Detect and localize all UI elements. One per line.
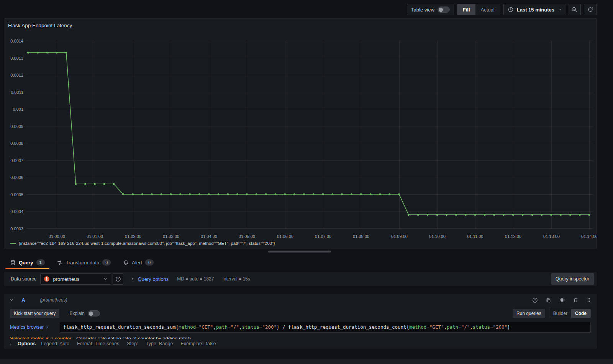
tab-query-count: 1 (36, 259, 45, 266)
interval-value: Interval = 15s (222, 276, 250, 282)
metrics-browser-toggle[interactable]: Metrics browser (10, 325, 57, 330)
svg-text:0.0014: 0.0014 (10, 39, 23, 43)
option-format: Format: Time series (77, 341, 119, 346)
time-range-picker[interactable]: Last 15 minutes (503, 4, 566, 15)
query-inspector-button[interactable]: Query inspector (551, 273, 594, 285)
svg-text:0.0008: 0.0008 (10, 141, 23, 146)
editor-tabs: Query 1 Transform data 0 Alert 0 (4, 256, 160, 269)
tab-transform-count: 0 (102, 259, 111, 266)
chevron-right-icon (45, 325, 49, 329)
tab-query[interactable]: Query 1 (4, 256, 51, 269)
tab-transform-data[interactable]: Transform data 0 (51, 256, 117, 269)
transform-icon (57, 260, 63, 266)
zoom-out-button[interactable] (568, 4, 581, 15)
query-toolbar-right: Run queries Builder Code (513, 309, 591, 318)
query-editor-card: A (prometheus) ? Ki (4, 294, 597, 345)
table-view-label: Table view (411, 7, 434, 13)
svg-text:01:04:00: 01:04:00 (201, 234, 217, 239)
svg-text:01:08:00: 01:08:00 (353, 234, 369, 239)
tab-alert-count: 0 (145, 259, 154, 266)
datasource-label: Data source (11, 276, 36, 282)
svg-text:?: ? (117, 277, 119, 281)
duplicate-query-icon[interactable] (546, 297, 551, 303)
metrics-browser-label: Metrics browser (10, 325, 44, 330)
options-title: Options (18, 341, 36, 346)
option-step: Step: (127, 341, 138, 346)
toggle-visibility-icon[interactable] (559, 297, 565, 303)
svg-text:01:01:00: 01:01:00 (87, 234, 103, 239)
chevron-right-icon (8, 342, 12, 346)
drag-grip-icon[interactable] (586, 297, 592, 303)
top-toolbar: Table view Fill Actual Last 15 minutes (407, 4, 597, 15)
svg-text:01:02:00: 01:02:00 (125, 234, 141, 239)
collapse-chevron-icon[interactable] (9, 298, 14, 302)
panel-title: Flask App Endpoint Latency (8, 23, 72, 28)
builder-button[interactable]: Builder (549, 309, 571, 318)
tab-alert[interactable]: Alert 0 (117, 256, 160, 269)
svg-text:0.0006: 0.0006 (10, 175, 23, 180)
svg-text:0.0012: 0.0012 (10, 73, 23, 77)
svg-text:01:13:00: 01:13:00 (543, 234, 560, 239)
query-toolbar: Kick start your query Explain Run querie… (10, 309, 591, 318)
svg-text:0.0005: 0.0005 (10, 192, 23, 197)
datasource-help-button[interactable]: ? (113, 273, 123, 285)
query-editor-row: Metrics browser flask_http_request_durat… (10, 322, 591, 333)
query-options-summary-row[interactable]: Options Legend: Auto Format: Time series… (4, 339, 597, 349)
svg-text:01:12:00: 01:12:00 (505, 234, 521, 239)
horizontal-scrollbar[interactable] (0, 359, 613, 364)
svg-text:0.0013: 0.0013 (10, 56, 23, 61)
svg-text:01:03:00: 01:03:00 (163, 234, 179, 239)
delete-query-icon[interactable] (573, 297, 579, 303)
query-options-label: Query options (138, 276, 169, 282)
svg-text:01:09:00: 01:09:00 (391, 234, 408, 239)
datasource-picker[interactable]: prometheus (40, 273, 111, 285)
refresh-icon (587, 7, 593, 13)
svg-text:01:10:00: 01:10:00 (429, 234, 446, 239)
tab-query-label: Query (19, 260, 33, 266)
option-legend: Legend: Auto (41, 341, 69, 346)
option-type: Type: Range (146, 341, 173, 346)
grafana-panel-editor: Table view Fill Actual Last 15 minutes (0, 0, 613, 364)
database-icon (10, 260, 16, 266)
max-data-points-value: MD = auto = 1827 (177, 276, 214, 282)
chevron-down-icon (103, 277, 108, 281)
query-ref-id: A (21, 297, 25, 303)
query-help-icon[interactable]: ? (532, 297, 538, 303)
latency-chart[interactable]: 0.00140.00130.00120.00110.0010.00090.000… (4, 19, 597, 249)
svg-text:01:00:00: 01:00:00 (49, 234, 65, 239)
chevron-down-icon (557, 7, 562, 12)
svg-text:01:07:00: 01:07:00 (315, 234, 331, 239)
explain-toggle[interactable] (88, 310, 100, 316)
refresh-button[interactable] (584, 4, 597, 15)
fill-button[interactable]: Fill (457, 4, 475, 15)
svg-text:01:11:00: 01:11:00 (467, 234, 483, 239)
explain-label: Explain (69, 311, 84, 316)
kick-start-query-button[interactable]: Kick start your query (10, 309, 59, 318)
time-range-label: Last 15 minutes (517, 7, 554, 13)
prometheus-icon (44, 276, 50, 282)
datasource-row: Data source prometheus ? Query options M… (4, 272, 597, 286)
query-expression[interactable]: flask_http_request_duration_seconds_sum{… (60, 322, 591, 333)
query-options-toggle[interactable]: Query options (130, 276, 169, 282)
legend: {instance="ec2-184-169-216-224.us-west-1… (10, 241, 275, 246)
explain-control: Explain (69, 310, 100, 316)
table-view-toggle[interactable] (438, 7, 450, 13)
run-queries-button[interactable]: Run queries (513, 309, 545, 318)
bell-icon (123, 260, 129, 266)
svg-text:?: ? (534, 298, 536, 302)
tab-alert-label: Alert (132, 260, 142, 266)
code-button[interactable]: Code (571, 309, 590, 318)
table-view-control: Table view (407, 4, 454, 15)
svg-text:0.0003: 0.0003 (10, 226, 23, 231)
query-row-actions: ? (532, 297, 592, 303)
actual-button[interactable]: Actual (475, 4, 500, 15)
timeseries-panel: Flask App Endpoint Latency 0.00140.00130… (4, 18, 597, 249)
pane-resize-handle[interactable] (268, 251, 331, 253)
query-row-header[interactable]: A (prometheus) ? (4, 294, 597, 306)
builder-code-group: Builder Code (549, 309, 591, 318)
fill-actual-group: Fill Actual (457, 4, 500, 15)
query-datasource-hint: (prometheus) (40, 297, 67, 303)
zoom-out-icon (571, 7, 577, 13)
svg-text:0.0011: 0.0011 (11, 90, 23, 95)
legend-series-label[interactable]: {instance="ec2-184-169-216-224.us-west-1… (19, 241, 275, 246)
